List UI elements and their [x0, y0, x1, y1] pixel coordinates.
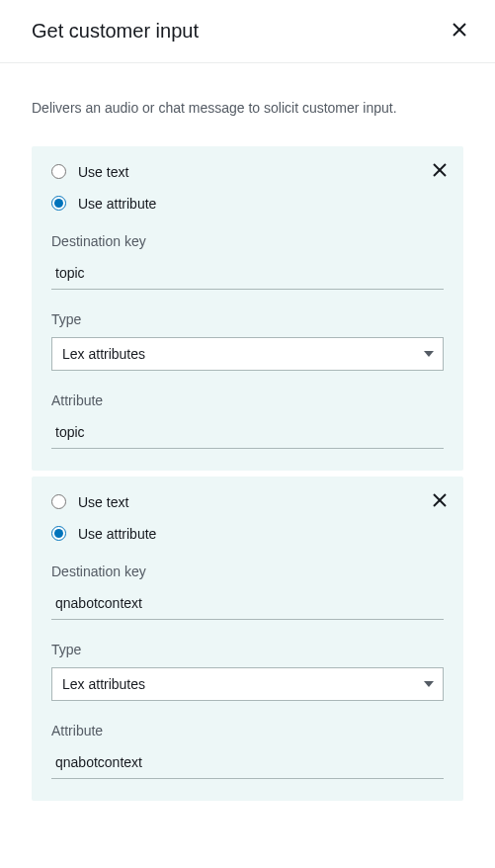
type-select-wrap: Lex attributes [51, 667, 444, 701]
destination-key-group: Destination key [51, 233, 444, 290]
use-text-label: Use text [78, 494, 128, 510]
panel-title: Get customer input [32, 20, 199, 43]
destination-key-input[interactable] [51, 259, 444, 290]
use-attribute-label: Use attribute [78, 526, 156, 542]
type-select-wrap: Lex attributes [51, 337, 444, 371]
type-label: Type [51, 642, 444, 657]
use-attribute-radio[interactable] [51, 526, 66, 541]
attribute-label: Attribute [51, 723, 444, 738]
close-icon [432, 166, 448, 181]
attribute-fields: Destination key Type Lex attributes [51, 233, 444, 449]
close-icon [432, 496, 448, 511]
use-text-radio-row[interactable]: Use text [51, 494, 444, 510]
use-text-radio[interactable] [51, 494, 66, 509]
attribute-cards: Use text Use attribute Destination key T… [0, 146, 495, 801]
attribute-group: Attribute [51, 723, 444, 779]
type-select[interactable]: Lex attributes [51, 667, 444, 701]
use-attribute-radio-row[interactable]: Use attribute [51, 196, 444, 212]
panel-header: Get customer input [0, 0, 495, 63]
destination-key-group: Destination key [51, 564, 444, 620]
get-customer-input-panel: Get customer input Delivers an audio or … [0, 0, 495, 868]
attribute-input[interactable] [51, 748, 444, 779]
attribute-label: Attribute [51, 392, 444, 408]
destination-key-label: Destination key [51, 564, 444, 579]
use-attribute-radio-row[interactable]: Use attribute [51, 526, 444, 542]
attribute-card: Use text Use attribute Destination key T… [32, 146, 463, 471]
destination-key-input[interactable] [51, 589, 444, 620]
type-group: Type Lex attributes [51, 642, 444, 701]
use-text-radio[interactable] [51, 164, 66, 179]
close-icon [452, 22, 467, 41]
attribute-group: Attribute [51, 392, 444, 449]
card-close-button[interactable] [430, 160, 450, 183]
card-close-button[interactable] [430, 490, 450, 513]
panel-close-button[interactable] [448, 18, 471, 44]
type-group: Type Lex attributes [51, 311, 444, 371]
use-attribute-label: Use attribute [78, 196, 156, 212]
destination-key-label: Destination key [51, 233, 444, 249]
panel-description: Delivers an audio or chat message to sol… [0, 63, 495, 146]
type-label: Type [51, 311, 444, 327]
use-attribute-radio[interactable] [51, 196, 66, 211]
use-text-radio-row[interactable]: Use text [51, 164, 444, 180]
type-select[interactable]: Lex attributes [51, 337, 444, 371]
attribute-input[interactable] [51, 418, 444, 449]
use-text-label: Use text [78, 164, 128, 180]
attribute-fields: Destination key Type Lex attributes [51, 564, 444, 779]
attribute-card: Use text Use attribute Destination key T… [32, 477, 463, 801]
